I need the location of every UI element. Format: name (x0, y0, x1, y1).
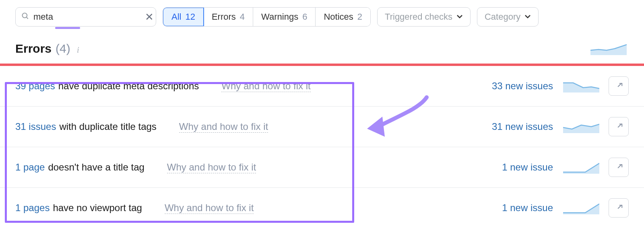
filter-tabs: All 12 Errors 4 Warnings 6 Notices 2 (163, 7, 371, 27)
dropdown-label: Category (485, 12, 520, 22)
svg-point-0 (23, 13, 27, 18)
issue-count-link[interactable]: 31 issues (15, 121, 56, 132)
filter-tab-warnings[interactable]: Warnings 6 (253, 8, 316, 26)
open-report-button[interactable] (609, 158, 629, 177)
triggered-checks-dropdown[interactable]: Triggered checks (377, 7, 471, 27)
new-issues-link[interactable]: 33 new issues (485, 80, 553, 92)
search-input[interactable] (33, 12, 144, 22)
open-report-button[interactable] (609, 117, 629, 136)
row-sparkline (561, 201, 601, 214)
issue-row: 1 page doesn't have a title tag Why and … (0, 147, 644, 188)
tab-label: Warnings (261, 12, 298, 22)
new-issues-link[interactable]: 31 new issues (485, 121, 553, 132)
issue-description: with duplicate title tags (59, 121, 156, 132)
filter-tab-all[interactable]: All 12 (163, 7, 204, 27)
issue-description: have duplicate meta descriptions (58, 80, 199, 92)
search-field-wrapper[interactable]: ✕ (15, 7, 156, 27)
dropdown-label: Triggered checks (385, 12, 452, 22)
section-title: Errors (15, 42, 52, 55)
section-sparkline (588, 42, 629, 55)
clear-search-button[interactable]: ✕ (144, 11, 155, 23)
why-and-how-link[interactable]: Why and how to fix it (221, 80, 310, 92)
new-issues-link[interactable]: 1 new issue (485, 162, 553, 173)
category-dropdown[interactable]: Category (477, 7, 539, 27)
why-and-how-link[interactable]: Why and how to fix it (167, 162, 256, 173)
tab-count: 12 (185, 12, 195, 22)
row-sparkline (561, 120, 601, 133)
chevron-down-icon (524, 13, 531, 21)
tab-label: Errors (212, 12, 236, 22)
tab-count: 2 (357, 12, 362, 22)
issue-description: have no viewport tag (53, 202, 142, 214)
tab-count: 6 (302, 12, 307, 22)
issue-count-link[interactable]: 39 pages (15, 80, 55, 92)
chevron-down-icon (456, 13, 463, 21)
why-and-how-link[interactable]: Why and how to fix it (165, 202, 254, 214)
open-report-button[interactable] (609, 198, 629, 218)
row-sparkline (561, 161, 601, 174)
section-count: (4) (56, 42, 70, 55)
filter-tab-errors[interactable]: Errors 4 (204, 8, 253, 26)
issue-count-link[interactable]: 1 page (15, 162, 45, 173)
filter-tab-notices[interactable]: Notices 2 (316, 8, 370, 26)
svg-line-1 (27, 17, 28, 19)
new-issues-link[interactable]: 1 new issue (485, 202, 553, 214)
issue-row: 31 issues with duplicate title tags Why … (0, 107, 644, 147)
row-sparkline (561, 80, 601, 92)
why-and-how-link[interactable]: Why and how to fix it (179, 121, 268, 133)
search-icon (21, 12, 29, 22)
info-icon[interactable]: i (77, 45, 79, 55)
issue-row: 39 pages have duplicate meta description… (0, 66, 644, 107)
issue-row: 1 pages have no viewport tag Why and how… (0, 188, 644, 226)
issue-description: doesn't have a title tag (48, 162, 144, 173)
tab-label: All (171, 12, 181, 22)
tab-count: 4 (240, 12, 245, 22)
search-highlight-underline (55, 27, 80, 29)
issue-count-link[interactable]: 1 pages (15, 202, 50, 214)
tab-label: Notices (324, 12, 353, 22)
open-report-button[interactable] (609, 76, 629, 96)
section-header: Errors (4) i (0, 38, 644, 64)
